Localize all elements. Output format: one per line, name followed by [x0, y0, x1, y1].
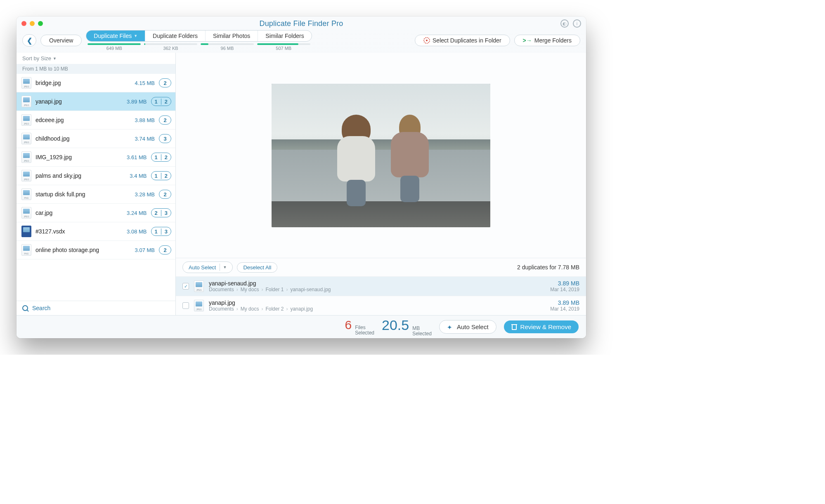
search-icon [22, 305, 28, 311]
file-name: palms and sky.jpg [35, 172, 125, 179]
review-remove-button[interactable]: Review & Remove [504, 320, 579, 333]
file-size: 4.15 MB [135, 80, 155, 86]
duplicate-date: Mar 14, 2019 [550, 306, 579, 312]
file-icon [21, 244, 31, 256]
file-icon [21, 170, 31, 181]
deselect-all-button[interactable]: Deselect All [237, 262, 277, 273]
checkbox[interactable]: ✓ [182, 283, 189, 290]
chevron-down-icon: ▼ [223, 265, 227, 269]
chevron-down-icon: ▼ [53, 57, 57, 61]
dup-count-badge[interactable]: 23 [151, 208, 171, 217]
file-icon [21, 151, 31, 163]
mb-selected-stat: 20.5 MBSelected [382, 317, 432, 337]
category-tabs: Duplicate Files▼ Duplicate Folders Simil… [86, 30, 312, 42]
tab-similar-folders[interactable]: Similar Folders [258, 31, 311, 41]
trash-icon [511, 324, 517, 330]
file-row[interactable]: startup disk full.png 3.28 MB 2 [17, 185, 175, 204]
footer: 6 FilesSelected 20.5 MBSelected Auto Sel… [17, 315, 586, 338]
merge-folders-button[interactable]: >→Merge Folders [514, 35, 580, 46]
duplicate-row[interactable]: yanapi.jpg Documents›My docs›Folder 2›ya… [176, 296, 586, 315]
auto-select-button[interactable]: Auto Select [439, 320, 496, 334]
file-name: online photo storage.png [35, 247, 131, 253]
tab-duplicate-files[interactable]: Duplicate Files▼ [86, 31, 145, 41]
duplicate-toolbar: Auto Select▼ Deselect All 2 duplicates f… [176, 258, 586, 276]
preview-image [272, 84, 490, 227]
file-icon [21, 114, 31, 126]
file-row[interactable]: #3127.vsdx 3.08 MB 13 [17, 222, 175, 241]
size-similar-photos: 96 MB [221, 46, 234, 51]
app-title: Duplicate File Finder Pro [17, 19, 586, 28]
file-size: 3.88 MB [135, 117, 155, 123]
file-icon [21, 96, 31, 107]
dup-count-badge[interactable]: 12 [151, 171, 171, 180]
sidebar: Sort by Size▼ From 1 MB to 10 MB bridge.… [17, 53, 176, 315]
target-icon [423, 37, 430, 44]
sort-dropdown[interactable]: Sort by Size▼ [17, 53, 175, 64]
file-name: car.jpg [35, 210, 123, 216]
dup-count-badge[interactable]: 2 [159, 115, 171, 125]
file-size: 3.61 MB [127, 154, 147, 160]
duplicate-size: 3.89 MB [550, 280, 579, 287]
file-size: 3.4 MB [130, 173, 147, 179]
chevron-down-icon: ▼ [134, 34, 137, 38]
files-selected-stat: 6 FilesSelected [345, 318, 374, 336]
tab-duplicate-folders[interactable]: Duplicate Folders [145, 31, 206, 41]
duplicate-name: yanapi.jpg [209, 299, 545, 306]
sparkle-icon [447, 324, 454, 330]
size-duplicate-files: 649 MB [106, 46, 122, 51]
file-name: yanapi.jpg [35, 98, 123, 105]
file-name: edceee.jpg [35, 117, 131, 123]
size-similar-folders: 507 MB [276, 46, 291, 51]
file-name: bridge.jpg [35, 80, 131, 86]
dup-count-badge[interactable]: 3 [159, 134, 171, 143]
detail-pane: Auto Select▼ Deselect All 2 duplicates f… [176, 53, 586, 315]
merge-icon: >→ [523, 37, 532, 44]
file-row[interactable]: edceee.jpg 3.88 MB 2 [17, 111, 175, 130]
file-row[interactable]: IMG_1929.jpg 3.61 MB 12 [17, 148, 175, 167]
file-name: startup disk full.png [35, 191, 131, 198]
dup-count-badge[interactable]: 13 [151, 227, 171, 236]
file-name: #3127.vsdx [35, 228, 123, 235]
duplicate-list: ✓ yanapi-senaud.jpg Documents›My docs›Fo… [176, 276, 586, 315]
file-list[interactable]: bridge.jpg 4.15 MB 2 yanapi.jpg 3.89 MB … [17, 74, 175, 301]
file-size: 3.28 MB [135, 191, 155, 198]
file-size: 3.74 MB [135, 136, 155, 142]
file-row[interactable]: car.jpg 3.24 MB 23 [17, 204, 175, 222]
overview-button[interactable]: Overview [40, 35, 82, 46]
duplicate-row[interactable]: ✓ yanapi-senaud.jpg Documents›My docs›Fo… [176, 276, 586, 296]
file-icon [21, 133, 31, 144]
dup-count-badge[interactable]: 2 [159, 190, 171, 199]
dup-count-badge[interactable]: 12 [151, 153, 171, 162]
file-size: 3.07 MB [135, 247, 155, 253]
size-duplicate-folders: 362 KB [163, 46, 178, 51]
duplicate-size: 3.89 MB [550, 299, 579, 306]
file-size: 3.08 MB [127, 228, 147, 235]
select-duplicates-in-folder-button[interactable]: Select Duplicates in Folder [415, 35, 510, 46]
file-row[interactable]: yanapi.jpg 3.89 MB 12 [17, 92, 175, 111]
size-group-header: From 1 MB to 10 MB [17, 64, 175, 74]
dup-count-badge[interactable]: 12 [151, 97, 171, 106]
titlebar: Duplicate File Finder Pro ◐ i [17, 16, 586, 31]
back-button[interactable]: ❮ [22, 34, 36, 47]
file-icon [194, 300, 204, 311]
file-size: 3.24 MB [127, 210, 147, 216]
duplicate-name: yanapi-senaud.jpg [209, 280, 545, 287]
tab-similar-photos[interactable]: Similar Photos [206, 31, 258, 41]
duplicate-summary: 2 duplicates for 7.78 MB [517, 264, 579, 271]
duplicate-path: Documents›My docs›Folder 1›yanapi-senaud… [209, 287, 545, 292]
file-row[interactable]: palms and sky.jpg 3.4 MB 12 [17, 167, 175, 185]
dup-count-badge[interactable]: 2 [159, 245, 171, 254]
file-name: childhood.jpg [35, 135, 131, 142]
checkbox[interactable] [182, 302, 189, 309]
auto-select-dropdown[interactable]: Auto Select▼ [182, 261, 233, 273]
toolbar: ❮ Overview Duplicate Files▼ Duplicate Fo… [17, 31, 586, 53]
duplicate-path: Documents›My docs›Folder 2›yanapi.jpg [209, 306, 545, 312]
file-row[interactable]: online photo storage.png 3.07 MB 2 [17, 241, 175, 259]
file-row[interactable]: bridge.jpg 4.15 MB 2 [17, 74, 175, 92]
file-icon [21, 207, 31, 219]
dup-count-badge[interactable]: 2 [159, 78, 171, 87]
file-row[interactable]: childhood.jpg 3.74 MB 3 [17, 130, 175, 148]
search-input[interactable]: Search [17, 301, 175, 315]
file-icon [194, 280, 204, 292]
file-size: 3.89 MB [127, 99, 147, 105]
